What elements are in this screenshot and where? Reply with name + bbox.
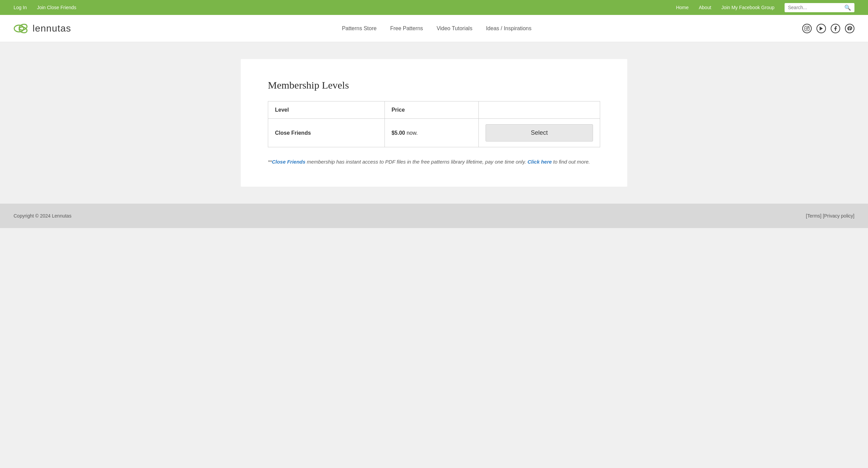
top-bar: Log In Join Close Friends Home About Joi… xyxy=(0,0,868,15)
search-icon[interactable]: 🔍 xyxy=(844,4,851,11)
instagram-icon[interactable] xyxy=(802,24,812,33)
logo[interactable]: lennutas xyxy=(14,22,71,35)
info-prefix: ** xyxy=(268,159,272,165)
facebook-icon[interactable] xyxy=(831,24,840,33)
terms-link[interactable]: [Terms] xyxy=(806,213,822,219)
footer-links: [Terms] [Privacy policy] xyxy=(806,213,854,219)
header: lennutas Patterns Store Free Patterns Vi… xyxy=(0,15,868,42)
click-here-link[interactable]: Click here xyxy=(528,159,552,165)
search-box: 🔍 xyxy=(785,3,854,12)
youtube-icon[interactable] xyxy=(816,24,826,33)
price-suffix: now. xyxy=(405,130,418,136)
top-bar-left: Log In Join Close Friends xyxy=(14,5,76,10)
info-body: membership has instant access to PDF fil… xyxy=(305,159,528,165)
info-text: **Close Friends membership has instant a… xyxy=(268,157,600,166)
privacy-link[interactable]: [Privacy policy] xyxy=(823,213,854,219)
join-close-friends-link[interactable]: Join Close Friends xyxy=(37,5,76,10)
nav-ideas-inspirations[interactable]: Ideas / Inspirations xyxy=(486,25,531,32)
social-icons xyxy=(802,24,854,33)
select-button[interactable]: Select xyxy=(486,124,593,142)
action-cell: Select xyxy=(478,119,600,147)
svg-point-4 xyxy=(806,27,808,29)
logo-text: lennutas xyxy=(33,23,71,34)
footer-copyright: Copyright © 2024 Lennutas xyxy=(14,213,72,219)
nav-patterns-store[interactable]: Patterns Store xyxy=(342,25,376,32)
nav-free-patterns[interactable]: Free Patterns xyxy=(390,25,423,32)
search-input[interactable] xyxy=(788,5,842,10)
col-price: Price xyxy=(384,101,478,119)
svg-point-5 xyxy=(808,27,808,27)
login-link[interactable]: Log In xyxy=(14,5,27,10)
logo-icon xyxy=(14,22,30,35)
pinterest-icon[interactable] xyxy=(845,24,854,33)
price-cell: $5.00 now. xyxy=(384,119,478,147)
svg-marker-6 xyxy=(820,26,823,31)
membership-table: Level Price Close Friends $5.00 now. Sel… xyxy=(268,101,600,147)
main-content: Membership Levels Level Price Close Frie… xyxy=(241,59,627,187)
close-friends-link[interactable]: Close Friends xyxy=(272,159,305,165)
table-row: Close Friends $5.00 now. Select xyxy=(268,119,600,147)
col-level: Level xyxy=(268,101,385,119)
about-link[interactable]: About xyxy=(699,5,711,10)
join-facebook-link[interactable]: Join My Facebook Group xyxy=(722,5,774,10)
table-header-row: Level Price xyxy=(268,101,600,119)
price-amount: $5.00 xyxy=(392,130,405,136)
main-nav: Patterns Store Free Patterns Video Tutor… xyxy=(342,25,531,32)
top-bar-right: Home About Join My Facebook Group 🔍 xyxy=(676,3,854,12)
page-title: Membership Levels xyxy=(268,79,600,91)
level-cell: Close Friends xyxy=(268,119,385,147)
footer: Copyright © 2024 Lennutas [Terms] [Priva… xyxy=(0,204,868,228)
top-bar-right-links: Home About Join My Facebook Group xyxy=(676,5,774,10)
info-suffix: to find out more. xyxy=(552,159,590,165)
svg-rect-3 xyxy=(805,26,809,31)
col-action xyxy=(478,101,600,119)
nav-video-tutorials[interactable]: Video Tutorials xyxy=(437,25,473,32)
home-link[interactable]: Home xyxy=(676,5,689,10)
